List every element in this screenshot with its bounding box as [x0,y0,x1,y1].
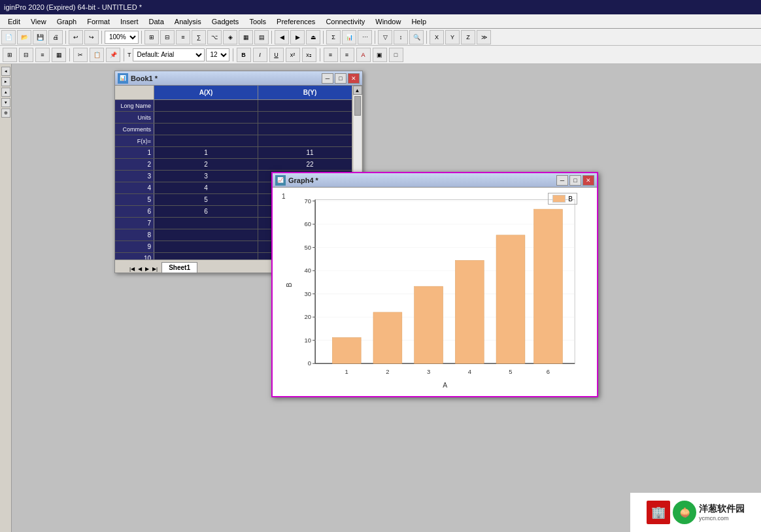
menu-format[interactable]: Format [82,16,115,27]
paste-btn[interactable]: 📌 [106,48,120,62]
new-btn[interactable]: 📄 [1,30,16,44]
sidebar-btn2[interactable]: ▸ [1,77,10,86]
cell-units-a[interactable] [154,112,258,123]
graph4-maximize[interactable]: □ [569,175,581,186]
menu-edit[interactable]: Edit [3,16,25,27]
tb-btn8[interactable]: ▤ [254,30,269,44]
cell-a[interactable] [154,241,258,252]
tb-filter[interactable]: ▽ [378,30,392,44]
menu-data[interactable]: Data [144,16,169,27]
align-left[interactable]: ≡ [324,48,338,62]
menu-preferences[interactable]: Preferences [271,16,320,27]
cell-longname-a[interactable] [154,100,258,111]
tb-btn7[interactable]: ▦ [239,30,253,44]
bg-color-btn[interactable]: ▣ [373,48,387,62]
cell-comments-a[interactable] [154,124,258,135]
menu-view[interactable]: View [25,16,52,27]
tb-btn3[interactable]: ≡ [176,30,190,44]
cell-longname-b[interactable] [258,100,362,111]
print-btn[interactable]: 🖨 [48,30,63,44]
open-btn[interactable]: 📂 [17,30,31,44]
cell-a[interactable]: 4 [154,182,258,193]
menu-insert[interactable]: Insert [115,16,144,27]
graph4-close[interactable]: ✕ [583,175,594,186]
menu-analysis[interactable]: Analysis [169,16,207,27]
fmt-btn1[interactable]: ⊞ [3,48,17,62]
cell-fx-a[interactable] [154,135,258,146]
col-header-b[interactable]: B(Y) [258,86,362,99]
cell-comments-b[interactable] [258,124,362,135]
tb-scatter[interactable]: ⋯ [358,30,372,44]
tb-y[interactable]: Y [445,30,460,44]
menu-connectivity[interactable]: Connectivity [320,16,370,27]
fmt-btn4[interactable]: ▦ [52,48,66,62]
color-btn[interactable]: A [356,48,371,62]
book1-minimize[interactable]: ─ [322,73,333,84]
tb-btn9[interactable]: ◀ [275,30,289,44]
cell-a[interactable] [154,218,258,229]
sidebar-btn4[interactable]: ▾ [1,98,10,107]
cell-b[interactable]: 11 [258,147,362,158]
tb-btn2[interactable]: ⊟ [160,30,175,44]
tb-btn11[interactable]: ⏏ [306,30,320,44]
book1-close[interactable]: ✕ [348,73,360,84]
cell-b[interactable]: 22 [258,159,362,170]
tab-first[interactable]: |◀ [128,265,136,273]
tb-sigma[interactable]: Σ [326,30,341,44]
cell-fx-b[interactable] [258,135,362,146]
tb-chart[interactable]: 📊 [342,30,356,44]
menu-graph[interactable]: Graph [52,16,82,27]
cell-a[interactable] [154,229,258,241]
font-family-select[interactable]: Default: Arial [133,48,205,61]
align-mid[interactable]: ≡ [340,48,354,62]
italic-btn[interactable]: I [253,48,267,62]
sidebar-btn1[interactable]: ◂ [1,67,10,76]
fmt-btn3[interactable]: ≡ [35,48,50,62]
tb-z[interactable]: Z [461,30,475,44]
sidebar-btn5[interactable]: ⊕ [1,108,10,118]
subscript-btn[interactable]: x₂ [302,48,316,62]
cell-units-b[interactable] [258,112,362,123]
cell-a[interactable]: 2 [154,159,258,170]
tb-find[interactable]: 🔍 [409,30,424,44]
font-size-select[interactable]: 12 [206,48,229,61]
cell-a[interactable] [154,253,258,259]
tb-x[interactable]: X [430,30,444,44]
tab-prev[interactable]: ◀ [137,265,143,273]
cell-a[interactable]: 6 [154,206,258,217]
graph4-titlebar[interactable]: 📈 Graph4 * ─ □ ✕ [273,173,597,188]
scroll-thumb[interactable] [354,96,361,116]
cell-a[interactable]: 3 [154,171,258,182]
bold-btn[interactable]: B [237,48,251,62]
sidebar-btn3[interactable]: ▴ [1,88,10,97]
tb-btn10[interactable]: ▶ [290,30,305,44]
copy-btn[interactable]: 📋 [90,48,104,62]
menu-gadgets[interactable]: Gadgets [207,16,245,27]
cut-btn[interactable]: ✂ [73,48,88,62]
menu-help[interactable]: Help [406,16,431,27]
tab-last[interactable]: ▶| [151,265,159,273]
col-header-a[interactable]: A(X) [154,86,258,99]
fmt-btn2[interactable]: ⊟ [19,48,33,62]
tb-sort[interactable]: ↕ [394,30,408,44]
tb-more[interactable]: ≫ [477,30,491,44]
tb-btn6[interactable]: ◈ [223,30,237,44]
tab-next[interactable]: ▶ [144,265,150,273]
underline-btn[interactable]: U [269,48,284,62]
superscript-btn[interactable]: x² [286,48,300,62]
border-btn[interactable]: □ [389,48,403,62]
tb-btn4[interactable]: ∑ [192,30,206,44]
book1-titlebar[interactable]: 📊 Book1 * ─ □ ✕ [115,71,362,86]
menu-window[interactable]: Window [370,16,406,27]
undo-btn[interactable]: ↩ [69,30,83,44]
cell-a[interactable]: 5 [154,194,258,205]
graph4-minimize[interactable]: ─ [556,175,568,186]
redo-btn[interactable]: ↪ [84,30,99,44]
save-btn[interactable]: 💾 [33,30,47,44]
menu-tools[interactable]: Tools [244,16,271,27]
book1-maximize[interactable]: □ [335,73,347,84]
scroll-up[interactable]: ▲ [353,86,362,95]
tb-btn1[interactable]: ⊞ [144,30,159,44]
zoom-select[interactable]: 100% [105,31,139,44]
cell-a[interactable]: 1 [154,147,258,158]
